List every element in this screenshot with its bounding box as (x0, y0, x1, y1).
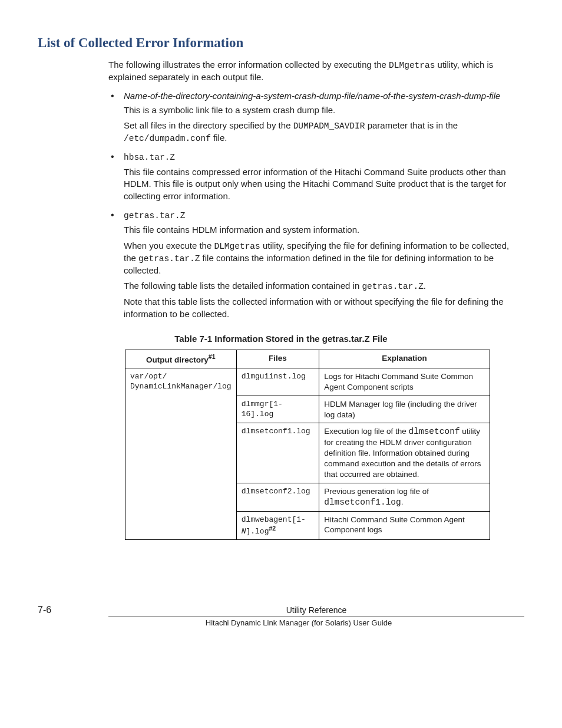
th-explanation: Explanation (319, 350, 490, 368)
bullet3-p4: Note that this table lists the collected… (124, 296, 518, 320)
info-table: Output directory#1 Files Explanation var… (125, 350, 490, 541)
bullet-list: Name-of-the-directory-containing-a-syste… (108, 90, 518, 321)
cell-expl: HDLM Manager log file (including the dri… (319, 396, 490, 423)
bullet1-title: Name-of-the-directory-containing-a-syste… (124, 91, 500, 101)
bullet1-p2: Set all files in the directory specified… (124, 120, 518, 144)
footer-subtitle: Hitachi Dynamic Link Manager (for Solari… (73, 618, 524, 627)
th-files: Files (236, 350, 319, 368)
cell-expl: Hitachi Command Suite Common Agent Compo… (319, 511, 490, 540)
cell-dir: var/opt/ DynamicLinkManager/log (125, 368, 237, 540)
bullet-item-1: Name-of-the-directory-containing-a-syste… (108, 90, 518, 145)
bullet-item-3: getras.tar.Z This file contains HDLM inf… (108, 209, 518, 321)
cell-file: dlmmgr[1-16].log (236, 396, 319, 423)
bullet3-p1: This file contains HDLM information and … (124, 224, 518, 236)
bullet3-title: getras.tar.Z (124, 211, 185, 220)
table-row: var/opt/ DynamicLinkManager/log dlmguiin… (125, 368, 490, 396)
body-content: The following illustrates the error info… (108, 59, 518, 321)
bullet1-p1: This is a symbolic link file to a system… (124, 104, 518, 117)
bullet3-p2: When you execute the DLMgetras utility, … (124, 240, 518, 277)
bullet3-p3: The following table lists the detailed i… (124, 280, 518, 292)
cell-file: dlmsetconf1.log (236, 423, 319, 483)
footer-title: Utility Reference (108, 605, 524, 615)
cell-expl: Execution log file of the dlmsetconf uti… (319, 423, 490, 483)
bullet2-p1: This file contains compressed error info… (124, 166, 518, 203)
page-footer: 7-6 Utility Reference Hitachi Dynamic Li… (38, 605, 524, 627)
cell-expl: Previous generation log file of dlmsetco… (319, 483, 490, 511)
cell-file: dlmsetconf2.log (236, 483, 319, 511)
bullet2-title: hbsa.tar.Z (124, 153, 175, 162)
page-number: 7-6 (38, 605, 108, 615)
intro-paragraph: The following illustrates the error info… (108, 59, 518, 84)
cell-file: dlmwebagent[1-N].log#2 (236, 511, 319, 540)
cell-file: dlmguiinst.log (236, 368, 319, 396)
footer-rule (108, 617, 524, 617)
th-output-dir: Output directory#1 (125, 350, 237, 368)
cell-expl: Logs for Hitachi Command Suite Common Ag… (319, 368, 490, 396)
bullet-item-2: hbsa.tar.Z This file contains compressed… (108, 150, 518, 202)
section-heading: List of Collected Error Information (38, 35, 524, 51)
table-caption: Table 7-1 Information Stored in the getr… (38, 334, 524, 344)
